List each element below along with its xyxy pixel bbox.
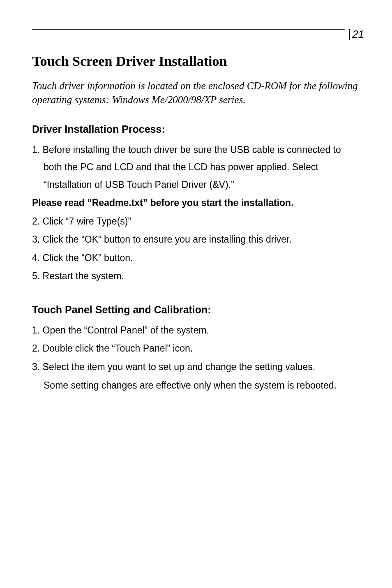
readme-note: Please read “Readme.txt” before you star… <box>32 194 360 212</box>
page-number: 21 <box>349 28 364 41</box>
page-container: 21 Touch Screen Driver Installation Touc… <box>0 0 392 394</box>
page-title: Touch Screen Driver Installation <box>32 53 360 69</box>
header-rule <box>32 29 345 30</box>
spacer <box>32 286 360 304</box>
install-step-4: 4. Click the “OK” button. <box>32 249 360 267</box>
install-step-2: 2. Click “7 wire Type(s)” <box>32 213 360 230</box>
install-step-5: 5. Restart the system. <box>32 267 360 285</box>
section-install-heading: Driver Installation Process: <box>32 123 360 135</box>
calibration-step-3a: 3. Select the item you want to set up an… <box>32 358 360 376</box>
intro-paragraph: Touch driver information is located on t… <box>32 79 360 107</box>
calibration-step-3b: Some setting changes are effective only … <box>32 377 360 394</box>
calibration-step-1: 1. Open the “Control Panel” of the syste… <box>32 322 360 339</box>
install-step-1: 1. Before installing the touch driver be… <box>32 141 360 194</box>
calibration-step-2: 2. Double click the “Touch Panel” icon. <box>32 340 360 357</box>
install-step-3: 3. Click the “OK” button to ensure you a… <box>32 231 360 248</box>
section-calibration-heading: Touch Panel Setting and Calibration: <box>32 304 360 316</box>
